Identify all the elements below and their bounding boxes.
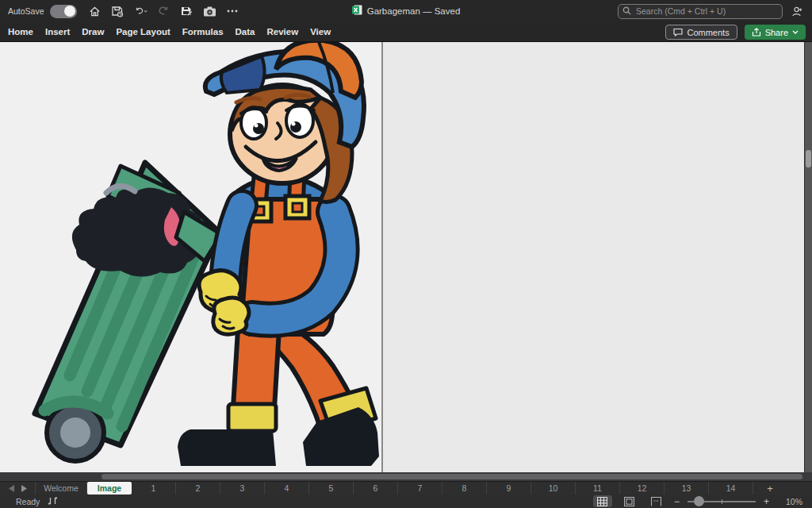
empty-pane bbox=[383, 42, 804, 472]
save-edit-icon[interactable] bbox=[180, 5, 193, 18]
sheet-tab-13[interactable]: 13 bbox=[665, 482, 709, 495]
zoom-out-button[interactable]: − bbox=[674, 496, 680, 507]
ribbon-tab-insert[interactable]: Insert bbox=[45, 27, 70, 37]
more-icon[interactable] bbox=[226, 5, 239, 18]
search-box bbox=[618, 3, 783, 19]
ribbon-tab-review[interactable]: Review bbox=[267, 27, 299, 37]
horizontal-scrollbar[interactable] bbox=[0, 472, 812, 481]
sheet-tab-9[interactable]: 9 bbox=[487, 482, 531, 495]
sheet-tab-11[interactable]: 11 bbox=[576, 482, 620, 495]
undo-icon[interactable] bbox=[134, 5, 147, 18]
comments-icon bbox=[673, 28, 683, 37]
sheet-tab-1[interactable]: 1 bbox=[132, 482, 176, 495]
accessibility-icon[interactable] bbox=[48, 496, 58, 507]
share-chevron-icon bbox=[792, 30, 799, 34]
search-input[interactable] bbox=[618, 4, 783, 19]
vertical-scrollbar[interactable] bbox=[804, 42, 812, 472]
page-break-view-button[interactable] bbox=[647, 495, 666, 507]
titlebar: AutoSave Garbageman — Saved bbox=[0, 0, 812, 22]
zoom-slider[interactable] bbox=[688, 495, 756, 507]
status-mode: Ready bbox=[16, 497, 40, 506]
sheet-nav bbox=[0, 482, 35, 495]
sheet-tab-welcome[interactable]: Welcome bbox=[35, 482, 87, 495]
ribbon-tab-draw[interactable]: Draw bbox=[82, 27, 104, 37]
comments-button[interactable]: Comments bbox=[665, 25, 737, 40]
normal-view-button[interactable] bbox=[593, 495, 612, 507]
excel-doc-icon bbox=[352, 4, 362, 18]
share-label: Share bbox=[765, 28, 788, 37]
sheet-tab-7[interactable]: 7 bbox=[398, 482, 442, 495]
document-title: Garbageman — Saved bbox=[367, 6, 461, 16]
sheet-tab-2[interactable]: 2 bbox=[176, 482, 220, 495]
home-icon[interactable] bbox=[88, 5, 102, 18]
comments-label: Comments bbox=[687, 28, 729, 37]
search-icon bbox=[622, 6, 631, 15]
sheet-tab-12[interactable]: 12 bbox=[620, 482, 665, 495]
sheet-tab-8[interactable]: 8 bbox=[442, 482, 487, 495]
left-boot bbox=[178, 429, 276, 466]
redo-icon[interactable] bbox=[157, 5, 170, 18]
excel-window: AutoSave Garbageman — Saved bbox=[0, 0, 812, 508]
ribbon-tab-page-layout[interactable]: Page Layout bbox=[116, 27, 170, 37]
zoom-slider-thumb[interactable] bbox=[694, 496, 704, 506]
sheet-canvas[interactable] bbox=[0, 42, 383, 472]
add-sheet-button[interactable]: + bbox=[753, 482, 787, 495]
toggle-knob bbox=[64, 6, 75, 17]
sheet-tab-5[interactable]: 5 bbox=[309, 482, 354, 495]
zoom-in-button[interactable]: + bbox=[764, 496, 769, 507]
sheet-tab-image[interactable]: Image bbox=[87, 482, 132, 495]
page-layout-view-button[interactable] bbox=[620, 495, 639, 507]
left-cuff bbox=[228, 404, 276, 431]
zoom-slider-tick bbox=[722, 499, 722, 504]
ribbon-tab-data[interactable]: Data bbox=[236, 27, 255, 37]
share-icon bbox=[752, 28, 761, 37]
presence-icon[interactable] bbox=[791, 5, 804, 18]
garbageman-artwork bbox=[0, 42, 383, 472]
zoom-level[interactable]: 10% bbox=[777, 497, 802, 506]
sheet-tab-10[interactable]: 10 bbox=[531, 482, 576, 495]
content-area bbox=[0, 42, 812, 472]
ribbon-tab-view[interactable]: View bbox=[310, 27, 331, 37]
garbageman-body bbox=[178, 161, 379, 466]
share-button[interactable]: Share bbox=[745, 25, 806, 40]
prev-sheet-arrow-icon[interactable] bbox=[9, 485, 14, 492]
ribbon-tab-formulas[interactable]: Formulas bbox=[182, 27, 224, 37]
sheet-tab-4[interactable]: 4 bbox=[265, 482, 309, 495]
sheet-tab-6[interactable]: 6 bbox=[354, 482, 398, 495]
sheet-tab-bar: Welcome Image 1 2 3 4 5 6 7 8 9 10 11 12… bbox=[0, 481, 812, 495]
left-leg bbox=[233, 329, 279, 409]
horizontal-scrollbar-thumb[interactable] bbox=[102, 474, 802, 479]
garbageman-head bbox=[205, 42, 364, 202]
ribbon-tab-home[interactable]: Home bbox=[8, 27, 33, 37]
status-bar: Ready − + 10% bbox=[0, 495, 812, 508]
sheet-tab-3[interactable]: 3 bbox=[220, 482, 265, 495]
autosave-label: AutoSave bbox=[8, 6, 44, 16]
next-sheet-arrow-icon[interactable] bbox=[21, 485, 27, 492]
bin-wheel bbox=[44, 402, 108, 461]
camera-icon[interactable] bbox=[203, 5, 216, 18]
autosave-toggle[interactable] bbox=[50, 5, 77, 18]
save-sync-icon[interactable] bbox=[111, 5, 124, 18]
ribbon-tab-bar: Home Insert Draw Page Layout Formulas Da… bbox=[0, 22, 812, 42]
sheet-tab-14[interactable]: 14 bbox=[709, 482, 753, 495]
vertical-scrollbar-thumb[interactable] bbox=[806, 150, 811, 167]
